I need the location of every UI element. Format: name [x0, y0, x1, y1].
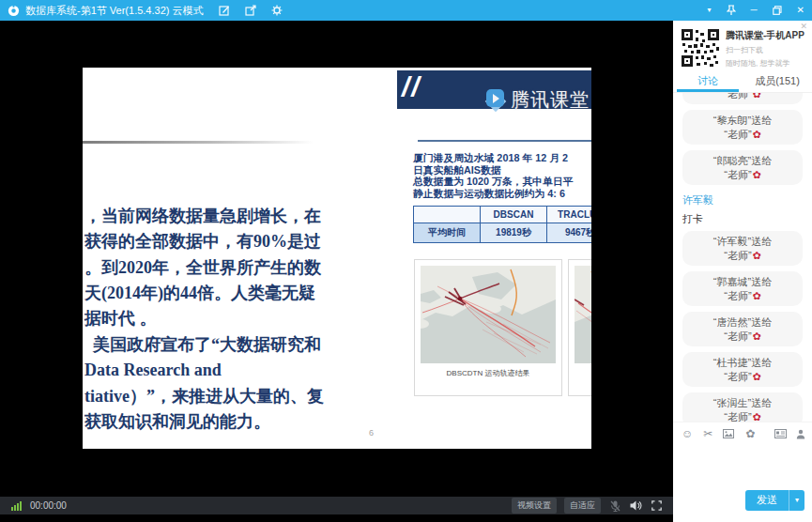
slide-body-text: ，当前网络数据量急剧增长，在获得的全部数据中，有90%是过。到2020年，全世界…	[84, 152, 413, 449]
slide-text-lines: ，当前网络数据量急剧增长，在获得的全部数据中，有90%是过。到2020年，全世界…	[84, 204, 413, 436]
sidebar: 腾讯课堂-手机APP 扫一扫下载 随时随地, 想学就学 ✕ 讨论 成员(151)…	[673, 21, 812, 522]
rose-icon: ✿	[753, 290, 761, 301]
slide-gray-rule	[83, 141, 314, 144]
edit-note-icon[interactable]	[219, 5, 230, 16]
gift-recipient-text: “老师”	[724, 371, 751, 382]
promo-subtitle-1: 扫一扫下载	[726, 45, 804, 55]
member-card-icon[interactable]	[774, 429, 787, 438]
speaker-icon[interactable]	[630, 500, 642, 511]
gift-message-bubble: “张润生”送给“老师”✿	[682, 392, 803, 422]
app-promo: 腾讯课堂-手机APP 扫一扫下载 随时随地, 想学就学 ✕	[673, 21, 812, 71]
gift-sender-line: “郎聪亮”送给	[686, 154, 799, 168]
table-cell: 19819秒	[481, 223, 547, 243]
gift-message-bubble: “许军毅”送给“老师”✿	[682, 231, 803, 266]
chat-sender-name: 许军毅	[682, 193, 803, 207]
gift-recipient-text: “老师”	[724, 250, 751, 261]
screenshot-scissors-icon[interactable]: ✂	[703, 428, 712, 439]
gift-recipient-text: “老师”	[724, 290, 751, 301]
map-caption: DBSCDTN 运动轨迹结果	[415, 368, 561, 378]
app-logo-icon	[8, 5, 20, 17]
gift-recipient-line: “老师”✿	[686, 330, 799, 344]
chat-input[interactable]	[673, 445, 812, 486]
gift-message-bubble: “郎聪亮”送给“老师”✿	[682, 150, 803, 185]
app-window: 数据库系统-第1节 Ver(1.5.4.32) 云模式 ▾ ─ ✕ //	[0, 0, 812, 522]
trajectory-map-box-1: DBSCDTN 运动轨迹结果	[414, 259, 562, 396]
rose-icon: ✿	[753, 330, 761, 342]
elapsed-time: 00:00:00	[30, 500, 67, 511]
slide-text-line: 据时代 。	[84, 306, 413, 331]
window-title: 数据库系统-第1节 Ver(1.5.4.32) 云模式	[25, 4, 204, 18]
network-signal-icon	[11, 501, 23, 511]
gift-recipient-line: “老师”✿	[686, 168, 799, 182]
slide-text-line: 获得的全部数据中，有90%是过	[84, 229, 413, 254]
rose-icon: ✿	[753, 169, 761, 180]
gift-message-bubble: “杜书捷”送给“老师”✿	[682, 352, 803, 387]
gift-recipient-line: “老师”✿	[686, 410, 799, 422]
rose-icon: ✿	[753, 129, 761, 140]
chat-message-list[interactable]: “老师”✿“黎东朗”送给“老师”✿“郎聪亮”送给“老师”✿许军毅打卡“许军毅”送…	[673, 93, 812, 422]
emoji-icon[interactable]: ☺	[682, 428, 693, 439]
gift-message-bubble: “老师”✿	[682, 93, 803, 104]
rose-icon: ✿	[753, 250, 761, 261]
pin-icon[interactable]	[727, 5, 736, 16]
tab-discussion[interactable]: 讨论	[673, 71, 743, 92]
slide-text-line: 获取知识和洞见的能力。	[84, 409, 413, 435]
slide-slash-mark: //	[402, 71, 421, 103]
trajectory-map-image-2	[575, 266, 591, 363]
watermark-text: 腾讯课堂	[511, 87, 590, 113]
gift-sender-line: “张润生”送给	[686, 396, 799, 410]
slide-text-line: ，当前网络数据量急剧增长，在	[84, 204, 413, 229]
slide-right-panel: 厦门港及周边水域 2018 年 12 月 2日真实船舶AIS数据总数据量为 10…	[413, 152, 591, 243]
rose-icon: ✿	[753, 411, 761, 422]
watermark: 腾讯课堂	[484, 87, 590, 113]
gift-sender-line: “许军毅”送给	[686, 235, 799, 249]
chat-toolbar: ☺ ✂ ✿	[673, 422, 812, 445]
video-stage: // 腾讯课堂 ，当前网络数据量急剧增长，在获得的全部数据中，有90%是过。到2…	[0, 21, 673, 522]
chat-message-plain: 许军毅打卡	[682, 193, 803, 225]
fullscreen-icon[interactable]	[651, 500, 662, 511]
send-row: 发送 ▾	[673, 486, 812, 522]
gift-sender-line: “黎东朗”送给	[686, 114, 799, 128]
promo-close-icon[interactable]: ✕	[800, 22, 807, 31]
minimize-button[interactable]: ─	[751, 0, 758, 21]
video-settings-button[interactable]: 视频设置	[512, 498, 557, 514]
gift-recipient-line: “老师”✿	[686, 93, 799, 101]
slide-text-line: Data Research and	[84, 358, 413, 383]
ais-text-line: 总数据量为 1020 万条，其中单日平	[413, 176, 591, 188]
gift-recipient-text: “老师”	[724, 129, 751, 140]
rose-icon: ✿	[753, 371, 761, 382]
share-icon[interactable]	[245, 5, 256, 16]
qr-code-image	[681, 28, 720, 68]
slide-text-line: 天(2014年)的44倍。人类毫无疑	[84, 281, 413, 306]
table-header-cell: TRACLUS	[547, 207, 592, 223]
image-upload-icon[interactable]	[723, 429, 734, 438]
maximize-button[interactable]	[773, 6, 782, 15]
chat-message-text: 打卡	[682, 212, 803, 225]
send-button[interactable]: 发送	[745, 490, 789, 511]
gift-message-bubble: “唐浩然”送给“老师”✿	[682, 312, 803, 346]
slide-text-line: 。到2020年，全世界所产生的数	[84, 255, 413, 281]
close-button[interactable]: ✕	[797, 0, 804, 21]
promo-subtitle-2: 随时随地, 想学就学	[726, 58, 804, 69]
gift-recipient-text: “老师”	[724, 93, 751, 100]
gift-recipient-text: “老师”	[724, 169, 751, 180]
table-cell: 9467秒	[547, 223, 592, 243]
gift-recipient-line: “老师”✿	[686, 249, 799, 263]
send-options-caret-icon[interactable]: ▾	[789, 490, 804, 511]
settings-gear-icon[interactable]	[271, 5, 283, 16]
gift-sender-line: “郭嘉城”送给	[686, 275, 799, 289]
microphone-muted-icon[interactable]	[610, 500, 620, 512]
tab-members[interactable]: 成员(151)	[743, 71, 812, 92]
slide-text-line: 美国政府宣布了“大数据研究和	[84, 332, 413, 358]
gift-sender-line: “杜书捷”送给	[686, 356, 799, 370]
member-person-icon[interactable]	[796, 429, 805, 439]
gift-flower-icon[interactable]: ✿	[745, 428, 755, 439]
titlebar-dropdown-caret-icon[interactable]: ▾	[708, 0, 712, 21]
gift-recipient-text: “老师”	[724, 411, 751, 422]
gift-recipient-line: “老师”✿	[686, 128, 799, 142]
table-header-cell: DBSCAN	[481, 207, 547, 223]
table-row: 平均时间19819秒9467秒	[414, 223, 592, 243]
sidebar-tabs: 讨论 成员(151)	[673, 71, 812, 93]
auto-fit-button[interactable]: 自适应	[564, 498, 601, 514]
ais-text-line: 厦门港及周边水域 2018 年 12 月 2	[413, 152, 591, 164]
